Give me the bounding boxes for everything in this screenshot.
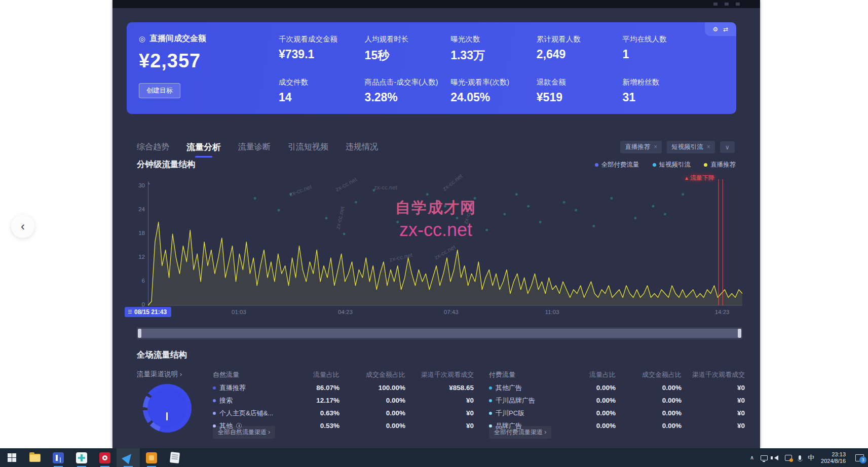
x-axis-tick: 07:43 <box>444 309 459 315</box>
table-header: 自然流量 流量占比 成交金额占比 渠道千次观看成交 <box>213 368 474 381</box>
swap-icon[interactable]: ⇄ <box>723 26 728 33</box>
kpi-metric: 退款金额¥519 <box>537 77 623 104</box>
kpi-panel: ◎ 直播间成交金额 ¥2,357 创建目标 千次观看成交金额¥739.1 人均观… <box>127 22 736 114</box>
filter-chips: 直播推荐 × 短视频引流 × ∨ <box>620 141 735 153</box>
taskbar-app-2[interactable] <box>70 448 93 467</box>
x-axis: 08/15 21:43 01:03 04:23 07:43 11:03 14:2… <box>137 308 742 319</box>
tab-traffic-diagnosis[interactable]: 流量诊断 <box>238 142 271 152</box>
close-icon[interactable]: × <box>707 143 710 150</box>
kpi-metric: 千次观看成交金额¥739.1 <box>279 34 365 63</box>
y-axis-tick: 24 <box>137 206 145 212</box>
clock-date: 2024/8/16 <box>821 458 846 464</box>
target-icon: ◎ <box>139 34 145 44</box>
kpi-metric: 新增粉丝数31 <box>622 77 708 104</box>
filter-chip-live-recommend[interactable]: 直播推荐 × <box>620 141 662 153</box>
ime-indicator[interactable]: 中 <box>808 453 814 462</box>
taskbar-file-explorer[interactable] <box>23 448 47 467</box>
network-icon[interactable] <box>761 455 768 460</box>
axis-start-badge[interactable]: 08/15 21:43 <box>125 307 171 317</box>
x-axis-tick: 04:23 <box>338 309 353 315</box>
chart-title: 分钟级流量结构 <box>137 159 196 170</box>
taskbar-app-4-active[interactable] <box>117 448 140 467</box>
folder-icon <box>29 454 41 462</box>
taskbar-app-6[interactable] <box>163 448 186 467</box>
speaker-icon[interactable] <box>774 455 778 460</box>
warning-icon: ▲ <box>684 175 689 181</box>
taskbar: ∧ 中 23:13 2024/8/16 3 <box>0 448 868 467</box>
traffic-line-chart: 30 24 18 12 6 0 zx-cc.net zx-cc.net zx-c… <box>137 178 742 306</box>
series-dot <box>489 412 492 415</box>
windows-logo-icon <box>8 453 16 462</box>
channel-note-link[interactable]: 流量渠道说明 › <box>137 370 182 379</box>
series-dot <box>489 386 492 390</box>
blue-pointer-app-icon <box>122 451 135 464</box>
table-row: 搜索 12.17% 0.00% ¥0 <box>213 394 474 407</box>
start-button[interactable] <box>0 448 23 467</box>
legend-dot <box>595 163 598 167</box>
tray-expand-icon[interactable]: ∧ <box>750 454 754 461</box>
notification-center-icon[interactable]: 3 <box>855 454 864 461</box>
tab-overall-trend[interactable]: 综合趋势 <box>137 142 169 152</box>
back-button[interactable]: ‹ <box>11 215 34 238</box>
primary-kpi: ◎ 直播间成交金额 ¥2,357 创建目标 <box>139 33 206 98</box>
traffic-donut-chart <box>143 384 192 433</box>
chevron-down-icon: ∨ <box>725 143 730 151</box>
y-axis-tick: 6 <box>137 278 145 284</box>
kpi-metric: 人均观看时长15秒 <box>365 34 451 63</box>
table-row: 其他广告 0.00% 0.00% ¥0 <box>489 381 745 394</box>
filter-chip-short-video[interactable]: 短视频引流 × <box>667 141 715 153</box>
close-icon[interactable]: × <box>654 143 657 150</box>
tray-app-icon[interactable] <box>785 455 792 461</box>
microphone-icon[interactable] <box>799 455 801 460</box>
screen: ‹ ◎ 直播间成交金额 ¥2,357 创建目标 千次观看成交金额¥739.1 人… <box>0 0 868 467</box>
orange-app-icon <box>146 452 157 463</box>
series-dot <box>213 412 216 415</box>
legend-item-live-recommend[interactable]: 直播推荐 <box>704 161 736 169</box>
legend-item-paid[interactable]: 全部付费流量 <box>595 161 639 169</box>
taskbar-clock[interactable]: 23:13 2024/8/16 <box>821 451 846 464</box>
window-controls <box>713 3 740 6</box>
drag-grip-icon <box>128 310 132 314</box>
x-axis-tick: 11:03 <box>545 309 559 315</box>
brush-handle-right[interactable] <box>738 329 741 338</box>
all-paid-channels-link[interactable]: 全部付费流量渠道 › <box>489 426 551 439</box>
table-header: 付费流量 流量占比 成交金额占比 渠道千次观看成交 <box>489 368 745 381</box>
kpi-grid: 千次观看成交金额¥739.1 人均观看时长15秒 曝光次数1.33万 累计观看人… <box>279 34 708 104</box>
tab-violations[interactable]: 违规情况 <box>346 142 378 152</box>
taskbar-app-5[interactable] <box>140 448 163 467</box>
traffic-drop-alert: ▲流量下降 <box>684 174 714 182</box>
chart-range-brush[interactable] <box>137 327 742 339</box>
chart-legend: 全部付费流量 短视频引流 直播推荐 <box>595 161 736 169</box>
kpi-metric: 商品点击-成交率(人数)3.28% <box>365 77 451 104</box>
legend-item-short-video[interactable]: 短视频引流 <box>653 161 691 169</box>
legend-dot <box>653 163 656 167</box>
traffic-structure-section: 全场流量结构 流量渠道说明 › 自然流量 流量占比 成交金额占比 渠道千次观看成… <box>137 349 745 361</box>
blue-app-icon <box>53 452 64 463</box>
all-natural-channels-link[interactable]: 全部自然流量渠道 › <box>213 426 275 439</box>
brush-range[interactable] <box>140 329 739 338</box>
gear-icon[interactable]: ⚙ <box>713 26 719 33</box>
series-dot <box>213 399 216 402</box>
taskbar-app-3[interactable] <box>93 448 117 467</box>
x-axis-tick: 14:23 <box>715 309 730 315</box>
kpi-metric: 曝光次数1.33万 <box>450 34 537 63</box>
table-row: 个人主页&店铺&... 0.63% 0.00% ¥0 <box>213 407 474 419</box>
primary-kpi-value: ¥2,357 <box>139 50 206 72</box>
filter-dropdown[interactable]: ∨ <box>720 141 735 153</box>
kpi-metric: 成交件数14 <box>279 77 365 104</box>
y-axis-tick: 18 <box>137 230 145 236</box>
kpi-metric: 平均在线人数1 <box>622 34 708 63</box>
create-goal-button[interactable]: 创建目标 <box>139 83 180 98</box>
clock-time: 23:13 <box>821 451 846 458</box>
tab-lead-short-video[interactable]: 引流短视频 <box>288 142 328 152</box>
tabs-row: 综合趋势 流量分析 流量诊断 引流短视频 违规情况 直播推荐 × 短视频引流 ×… <box>137 139 735 155</box>
y-axis-tick: 12 <box>137 254 145 260</box>
legend-dot <box>704 163 707 167</box>
panel-tools: ⚙ ⇄ <box>705 22 736 36</box>
red-ring-app-icon <box>99 452 110 463</box>
taskbar-app-1[interactable] <box>47 448 70 467</box>
teal-app-icon <box>76 452 87 463</box>
brush-handle-left[interactable] <box>138 329 141 338</box>
tab-traffic-analysis[interactable]: 流量分析 <box>186 141 221 153</box>
table-row: 直播推荐 86.07% 100.00% ¥858.65 <box>213 381 474 394</box>
